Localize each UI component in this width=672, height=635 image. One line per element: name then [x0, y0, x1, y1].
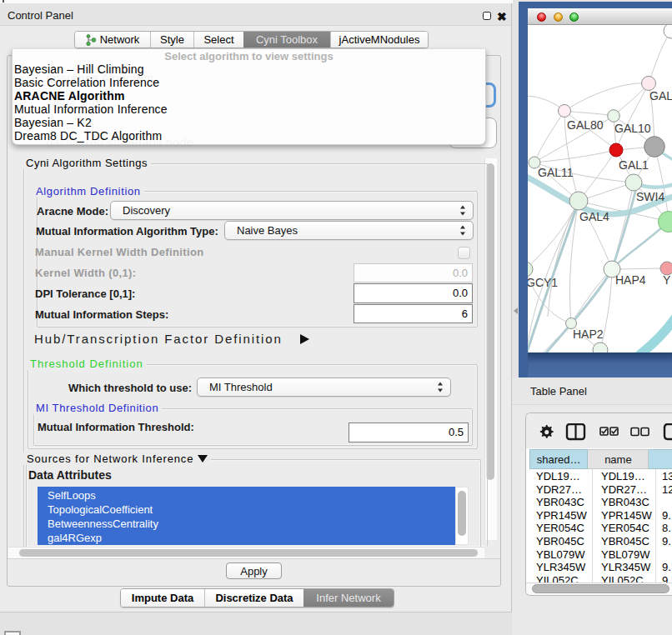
svg-text:Y: Y	[663, 273, 671, 287]
svg-text:GAL: GAL	[649, 89, 672, 102]
svg-text:GAL1: GAL1	[619, 158, 649, 172]
svg-text:HAP2: HAP2	[573, 328, 604, 341]
svg-text:GAL4: GAL4	[579, 210, 609, 223]
svg-text:GAL80: GAL80	[567, 118, 604, 132]
svg-text:GCY1: GCY1	[528, 276, 558, 289]
svg-text:HAP4: HAP4	[615, 273, 646, 287]
svg-text:GAL10: GAL10	[614, 122, 651, 135]
svg-text:GAL11: GAL11	[538, 166, 574, 179]
svg-text:SWI4: SWI4	[636, 190, 664, 203]
